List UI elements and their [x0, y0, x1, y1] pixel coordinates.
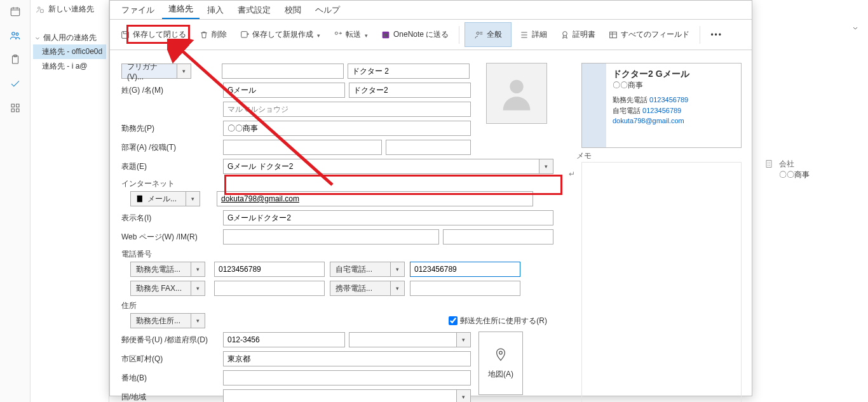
paragraph-mark-icon: ↵ [569, 170, 575, 178]
email-input[interactable] [217, 191, 533, 206]
work-addr-button[interactable]: 勤務先住所... [130, 313, 191, 328]
calendar-icon[interactable] [9, 5, 22, 18]
tab-insert[interactable]: 挿入 [201, 1, 230, 19]
preview-org: 〇〇商事 [613, 80, 735, 91]
view-details-button[interactable]: 詳細 [514, 25, 552, 44]
delete-button[interactable]: 削除 [194, 25, 232, 44]
svg-rect-24 [766, 161, 771, 168]
im-input[interactable] [443, 229, 553, 245]
mailing-checkbox[interactable]: 郵送先住所に使用する(R) [449, 316, 547, 326]
zip-input[interactable] [223, 332, 345, 347]
furigana-given-input[interactable] [348, 64, 470, 79]
given-input[interactable] [349, 83, 471, 98]
dept-input[interactable] [223, 140, 382, 155]
subject-label: 表題(E) [121, 161, 223, 172]
svg-rect-8 [16, 109, 19, 112]
work-addr-dropdown[interactable]: ▾ [191, 313, 205, 328]
country-dropdown[interactable]: ▾ [457, 389, 471, 402]
clipboard-icon[interactable] [9, 53, 22, 66]
mail-button[interactable]: メール... [130, 191, 186, 206]
folder-header[interactable]: 個人用の連絡先 [33, 31, 106, 44]
subject-input[interactable] [223, 159, 539, 174]
country-input[interactable] [223, 389, 457, 402]
zip-label: 郵便番号(U) /都道府県(D) [121, 335, 223, 345]
svg-rect-11 [122, 31, 129, 38]
furigana-surname-input[interactable] [222, 64, 344, 79]
role-input[interactable] [386, 140, 471, 155]
svg-point-21 [139, 197, 140, 198]
work-phone-dropdown[interactable]: ▾ [191, 262, 205, 277]
street-input[interactable] [223, 370, 471, 385]
map-button[interactable]: 地図(A) [478, 332, 523, 395]
dept-label: 部署(A) /役職(T) [121, 142, 223, 153]
display-input[interactable] [223, 210, 553, 225]
mobile-input[interactable] [410, 281, 520, 296]
all-fields-button[interactable]: すべてのフィールド [603, 25, 695, 44]
grid-icon[interactable] [9, 102, 22, 114]
memo-area[interactable] [581, 162, 742, 402]
contacts-pane: 新しい連絡先 個人用の連絡先 連絡先 - offic0e0d 連絡先 - i a… [31, 0, 109, 402]
tab-contact[interactable]: 連絡先 [162, 0, 200, 19]
surname-input[interactable] [223, 83, 345, 98]
tab-review[interactable]: 校閲 [278, 1, 308, 19]
web-input[interactable] [223, 229, 439, 245]
pref-input[interactable] [349, 332, 457, 347]
work-fax-input[interactable] [214, 281, 325, 296]
home-phone-button[interactable]: 自宅電話... [330, 262, 391, 277]
work-fax-button[interactable]: 勤務先 FAX... [130, 281, 191, 296]
svg-point-13 [335, 32, 337, 34]
people-icon[interactable] [9, 29, 22, 42]
tab-format[interactable]: 書式設定 [231, 1, 277, 19]
contact-card-window: ファイル 連絡先 挿入 書式設定 校閲 ヘルプ 保存して閉じる 削除 保存して新… [109, 0, 752, 396]
subject-dropdown[interactable]: ▾ [539, 159, 553, 174]
side-company: 〇〇商事 [779, 170, 810, 180]
tab-help[interactable]: ヘルプ [309, 1, 346, 19]
collapse-icon[interactable] [764, 24, 863, 32]
tab-file[interactable]: ファイル [115, 1, 161, 19]
work-fax-dropdown[interactable]: ▾ [191, 281, 205, 296]
svg-point-22 [499, 351, 503, 354]
svg-point-1 [11, 32, 15, 36]
furigana-dropdown[interactable]: ▾ [177, 64, 191, 79]
list-item[interactable]: 連絡先 - i a@ [33, 59, 106, 74]
home-phone-input[interactable] [410, 262, 520, 277]
pref-dropdown[interactable]: ▾ [457, 332, 471, 347]
name-label: 姓(G) /名(M) [121, 85, 223, 96]
svg-point-19 [510, 80, 523, 93]
list-item[interactable]: 連絡先 - offic0e0d [33, 44, 106, 59]
view-general-button[interactable]: 全般 [465, 22, 512, 47]
cert-button[interactable]: 証明書 [555, 25, 600, 44]
mobile-button[interactable]: 携帯電話... [330, 281, 391, 296]
onenote-button[interactable]: N OneNote に送る [376, 25, 454, 44]
avatar[interactable] [486, 63, 547, 124]
save-new-button[interactable]: 保存して新規作成 [234, 25, 325, 44]
work-phone-button[interactable]: 勤務先電話... [130, 262, 191, 277]
ribbon-toolbar: 保存して閉じる 削除 保存して新規作成 転送 N OneNote に送る 全般 … [110, 20, 752, 50]
new-contact-button[interactable]: 新しい連絡先 [31, 0, 109, 18]
city-input[interactable] [223, 351, 471, 366]
business-card-preview[interactable]: ドクター2 Gメール 〇〇商事 勤務先電話 0123456789 自宅電話 01… [581, 63, 742, 148]
check-icon[interactable] [9, 77, 22, 90]
mail-dropdown[interactable]: ▾ [186, 191, 200, 206]
svg-rect-5 [11, 104, 15, 107]
side-company-label: 会社 [779, 159, 810, 170]
furigana-button[interactable]: フリガナ(V)... [121, 64, 177, 79]
svg-rect-0 [11, 8, 20, 16]
overflow-button[interactable]: ••• [705, 27, 728, 43]
left-rail [0, 0, 31, 402]
svg-point-16 [477, 32, 479, 34]
mobile-dropdown[interactable]: ▾ [391, 281, 405, 296]
home-phone-dropdown[interactable]: ▾ [391, 262, 405, 277]
save-close-button[interactable]: 保存して閉じる [115, 25, 191, 44]
ribbon-menu: ファイル 連絡先 挿入 書式設定 校閲 ヘルプ [110, 1, 752, 20]
svg-point-9 [38, 6, 41, 8]
company-phonetic-input[interactable] [223, 102, 471, 117]
svg-rect-18 [610, 32, 617, 37]
svg-rect-7 [11, 109, 15, 112]
work-phone-input[interactable] [214, 262, 325, 277]
company-input[interactable] [223, 121, 471, 136]
street-label: 番地(B) [121, 373, 223, 384]
display-label: 表示名(I) [121, 213, 223, 224]
company-label: 勤務先(P) [121, 123, 223, 134]
forward-button[interactable]: 転送 [328, 25, 373, 44]
